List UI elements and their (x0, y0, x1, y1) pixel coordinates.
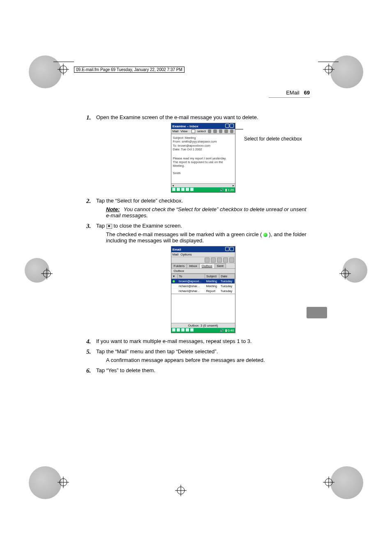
device-screenshot-outbox: Email Mail Options (171, 246, 235, 333)
cell-to: brown@apxxxl... (178, 279, 205, 284)
list-fill (171, 294, 235, 323)
close-icon[interactable]: ✖ (106, 224, 112, 229)
print-sphere-decoration (330, 466, 363, 499)
print-sphere-decoration (330, 55, 363, 88)
titlebar-icons (225, 124, 234, 129)
pen-icon[interactable] (181, 188, 184, 191)
list-row[interactable]: richard@shar... Meeting Tuesday (171, 284, 235, 289)
horizontal-scrollbar[interactable]: ◂ ▸ (171, 183, 235, 187)
step-number: 4. (86, 338, 91, 345)
registration-mark-icon (58, 477, 69, 488)
body-signature: Smith (173, 171, 233, 175)
cell-to: richard@shar... (178, 284, 205, 289)
menu-mail[interactable]: Mail (173, 253, 179, 256)
list-row-selected[interactable]: brown@apxxxl... Meeting Tuesday (171, 279, 235, 284)
step-subtext: A confirmation message appears before th… (106, 357, 310, 363)
step-text: If you want to mark multiple e-mail mess… (96, 338, 252, 344)
menu-view[interactable]: View (180, 129, 187, 133)
scroll-left-icon[interactable]: ◂ (171, 184, 175, 187)
hdr-from: From: smith@yyy.sharpaxx.com (173, 140, 233, 143)
step-text: Tap the “Select for delete” checkbox. (96, 198, 183, 204)
select-for-delete-checkbox[interactable] (191, 129, 195, 133)
tab-folders[interactable]: Folders (171, 263, 187, 268)
col-to[interactable]: To (178, 274, 205, 279)
note-icon[interactable] (217, 258, 222, 263)
mark-icon (173, 280, 175, 283)
open-icon[interactable] (219, 129, 223, 133)
select-label: select (197, 129, 206, 133)
section-title: EMail (286, 90, 300, 96)
tab-sent[interactable]: Sent (214, 263, 226, 268)
menu-mail[interactable]: Mail (173, 129, 179, 133)
figure-outbox-screen: Email Mail Options (96, 246, 310, 333)
print-sphere-decoration (29, 55, 62, 88)
figure-examine-screen: Select for delete checkbox Examine – Inb… (96, 123, 310, 193)
copy-icon[interactable] (224, 129, 228, 133)
col-chevron[interactable]: ▾ (171, 274, 178, 279)
crop-mark (318, 62, 339, 62)
pen-icon[interactable] (181, 328, 184, 332)
menubar: Mail View select (171, 129, 235, 134)
folder-tabs: Folders Inbox Outbox Sent (171, 263, 235, 269)
home-icon[interactable] (172, 328, 175, 332)
header-rule (269, 97, 310, 98)
cell-subject: Report (205, 289, 219, 294)
cell-to: richard@shar... (178, 289, 205, 294)
step-1: 1. Open the Examine screen of the e-mail… (86, 114, 310, 193)
registration-mark-icon (339, 268, 351, 279)
scroll-right-icon[interactable]: ▸ (232, 184, 235, 187)
frame-header: 09.E-mail.fm Page 69 Tuesday, January 22… (74, 67, 184, 73)
cell-date: Tuesday (219, 279, 235, 284)
step-3: 3. Tap ✖ to close the Examine screen. Th… (86, 223, 310, 333)
keyboard-icon[interactable] (177, 188, 180, 191)
titlebar-icons (225, 247, 234, 252)
registration-mark-icon (175, 485, 187, 496)
step-5: 5. Tap the “Mail” menu and then tap “Del… (86, 348, 310, 363)
tab-inbox[interactable]: Inbox (187, 263, 200, 268)
col-subject[interactable]: Subject (205, 274, 219, 279)
clock: 1:26 (228, 188, 234, 192)
note-label: Note: (106, 206, 120, 212)
trash-icon[interactable] (230, 129, 234, 133)
forward-icon[interactable] (213, 129, 217, 133)
toolbar (171, 257, 235, 263)
cell-date: Tuesday (219, 289, 235, 294)
battery-icon: ▮ (225, 329, 227, 332)
list-row[interactable]: richard@shar... Report Tuesday (171, 289, 235, 294)
step-text: Tap the “Mail” menu and then tap “Delete… (96, 348, 218, 355)
speaker-icon[interactable]: 🔊 (220, 188, 224, 192)
up-icon[interactable] (186, 188, 189, 191)
note-block: Note: You cannot check the “Select for d… (106, 206, 310, 219)
edit-icon[interactable] (223, 258, 228, 263)
battery-icon: ▮ (225, 188, 227, 192)
open-icon[interactable] (211, 258, 216, 263)
registration-mark-icon (323, 477, 334, 488)
body-line: The report is supposed to use on the Mee… (173, 160, 233, 168)
print-sphere-decoration (29, 466, 62, 499)
up-icon[interactable] (186, 328, 189, 332)
tab-outbox[interactable]: Outbox (199, 263, 215, 268)
home-icon[interactable] (172, 188, 175, 191)
taskbar-left-icons (172, 188, 194, 192)
cell-subject: Meeting (205, 279, 219, 284)
window-titlebar: Email (171, 246, 235, 252)
step-number: 1. (86, 114, 91, 121)
step-number: 3. (86, 223, 91, 230)
step-text-a: Tap (96, 223, 106, 229)
col-date[interactable]: Date (219, 274, 235, 279)
window-title: Email (173, 248, 181, 251)
keyboard-icon[interactable] (177, 328, 180, 332)
content-area: 1. Open the Examine screen of the e-mail… (86, 114, 310, 378)
registration-mark-icon (58, 64, 69, 75)
new-icon[interactable] (205, 258, 210, 263)
window-icon[interactable] (190, 328, 194, 332)
speaker-icon[interactable]: 🔊 (220, 329, 224, 332)
window-icon[interactable] (190, 188, 194, 191)
window-titlebar: Examine – Inbox (171, 123, 235, 129)
step-text: Open the Examine screen of the e-mail me… (96, 114, 258, 120)
trash-icon[interactable] (229, 258, 234, 263)
page-number: 69 (304, 90, 310, 96)
menu-options[interactable]: Options (180, 253, 192, 256)
running-header: EMail 69 (269, 90, 310, 98)
reply-icon[interactable] (208, 129, 212, 133)
